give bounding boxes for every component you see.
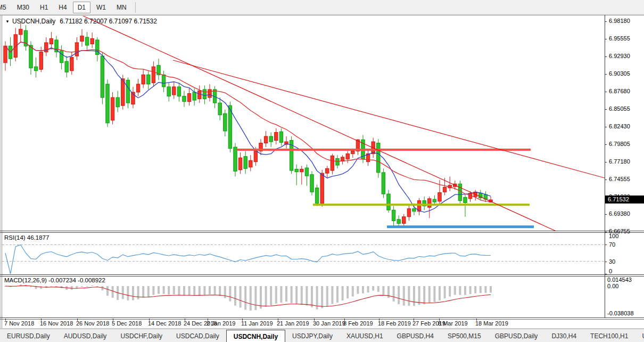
timeframe-button-w1[interactable]: W1: [92, 2, 111, 13]
price-axis-tick: [605, 21, 607, 22]
price-axis-tick: [605, 39, 607, 39]
price-axis-label: 6.98180: [609, 18, 630, 24]
price-axis-tick: [605, 214, 607, 215]
macd-date-splitter: [0, 317, 644, 318]
price-axis-tick: [605, 180, 607, 180]
date-axis-label: 5 Dec 2018: [112, 320, 142, 327]
date-axis-label: 2 Jan 2019: [207, 320, 235, 327]
main-price-pane[interactable]: [2, 16, 605, 231]
toolbar-separator: [135, 2, 136, 13]
tab-tech100-h1[interactable]: TECH100,H1: [583, 329, 635, 342]
price-axis-divider: [605, 15, 605, 318]
rsi-value: 46.1877: [27, 234, 49, 241]
date-axis-label: 8 Mar 2019: [438, 320, 468, 327]
main-rsi-splitter[interactable]: [0, 231, 644, 231]
rsi-axis-label: 0: [609, 268, 612, 274]
timeframe-button-d1[interactable]: D1: [73, 2, 90, 13]
date-axis-label: 26 Nov 2018: [76, 320, 109, 327]
tab-ui[interactable]: UI: [635, 329, 644, 342]
date-axis-label: 18 Feb 2019: [378, 320, 411, 327]
chart-symbol-label: USDCNH,Daily: [12, 18, 55, 25]
macd-axis-label: 0.00: [607, 283, 618, 289]
tab-gbpusd-h4[interactable]: GBPUSD,H4: [390, 329, 441, 342]
price-axis-label: 6.77180: [609, 158, 630, 165]
tab-dj30-h4[interactable]: DJ30,H4: [544, 329, 583, 342]
date-axis-label: 14 Dec 2018: [148, 320, 181, 327]
rsi-axis-label: 70: [609, 241, 615, 248]
timeframe-button-h1[interactable]: H1: [35, 2, 53, 13]
macd-axis-label: 0.014543: [607, 276, 632, 283]
price-axis-label: 6.82430: [609, 123, 630, 129]
price-axis-tick: [605, 74, 607, 75]
rsi-axis-tick: [605, 232, 607, 233]
date-axis-label: 7 Nov 2018: [4, 320, 34, 327]
tab-usdcad-daily[interactable]: USDCAD,Daily: [169, 329, 226, 342]
price-axis-label: 6.85055: [609, 105, 630, 112]
price-axis-label: 6.92930: [609, 53, 630, 59]
window-left-border: [0, 15, 1, 328]
tab-usdcnh-daily[interactable]: USDCNH,Daily: [226, 330, 285, 342]
timeframe-button-h4[interactable]: H4: [54, 2, 71, 13]
chart-dropdown-icon[interactable]: ▼: [5, 19, 10, 24]
timeframe-button-m30[interactable]: M30: [12, 2, 34, 13]
rsi-axis-tick: [605, 245, 607, 245]
tab-sp500-m15[interactable]: SP500,M15: [441, 329, 488, 342]
price-axis-label: 6.74555: [609, 176, 630, 182]
macd-date-splitter-2: [0, 319, 644, 320]
date-axis-label: 18 Mar 2019: [475, 320, 508, 327]
price-axis-tick: [605, 127, 607, 127]
tab-audusd-daily[interactable]: AUDUSD,Daily: [57, 329, 114, 342]
price-axis-label: 6.69380: [609, 210, 630, 217]
rsi-axis-tick: [605, 274, 607, 274]
rsi-axis-tick: [605, 262, 607, 262]
tab-usdjpy-daily[interactable]: USDJPY,Daily: [285, 329, 340, 342]
current-price-box: 6.71532: [605, 196, 644, 203]
price-axis-tick: [605, 56, 607, 57]
price-axis-label: 6.95555: [609, 35, 630, 42]
date-axis-label: 21 Jan 2019: [277, 320, 309, 327]
timeframe-toolbar: M5M30H1H4D1W1MN: [0, 0, 644, 15]
price-axis-tick: [605, 144, 607, 145]
price-axis-label: 6.79805: [609, 141, 630, 147]
tab-eurusd-daily[interactable]: EURUSD,Daily: [0, 329, 57, 342]
tab-usdchf-daily[interactable]: USDCHF,Daily: [113, 329, 169, 342]
chart-tab-bar: EURUSD,DailyAUDUSD,DailyUSDCHF,DailyUSDC…: [0, 329, 644, 342]
tab-gbpusd-daily[interactable]: GBPUSD,Daily: [488, 329, 545, 342]
macd-label: MACD(12,26,9) -0.007234 -0.008922: [4, 277, 105, 283]
timeframe-button-mn[interactable]: MN: [112, 2, 131, 13]
trendline-shallow[interactable]: [173, 60, 605, 178]
rsi-pane[interactable]: [2, 233, 605, 274]
price-axis-tick: [605, 92, 607, 92]
price-axis-tick: [605, 162, 607, 162]
chart-title[interactable]: ▼USDCNH,Daily6.71182 6.72007 6.71097 6.7…: [5, 18, 157, 25]
chart-ohlc-values: 6.71182 6.72007 6.71097 6.71532: [60, 18, 157, 25]
rsi-label: RSI(14) 46.1877: [4, 234, 49, 241]
rsi-axis-label: 30: [609, 258, 615, 265]
date-axis-label: 16 Nov 2018: [40, 320, 73, 327]
date-axis-label: 30 Jan 2019: [313, 320, 345, 327]
date-axis-label: 8 Feb 2019: [343, 320, 373, 327]
tab-xauusd-h1[interactable]: XAUUSD,H1: [340, 329, 390, 342]
timeframe-button-m5[interactable]: M5: [0, 2, 11, 13]
rsi-macd-splitter[interactable]: [0, 274, 644, 275]
price-axis-tick: [605, 109, 607, 110]
window-top-border: [0, 15, 644, 15]
rsi-axis-label: 100: [609, 233, 618, 239]
price-axis-label: 6.87680: [609, 88, 630, 94]
price-axis-label: 6.90305: [609, 70, 630, 77]
macd-axis-label: -0.038038: [607, 310, 634, 316]
macd-values: -0.007234 -0.008922: [48, 277, 105, 283]
date-axis-label: 11 Jan 2019: [241, 320, 273, 327]
